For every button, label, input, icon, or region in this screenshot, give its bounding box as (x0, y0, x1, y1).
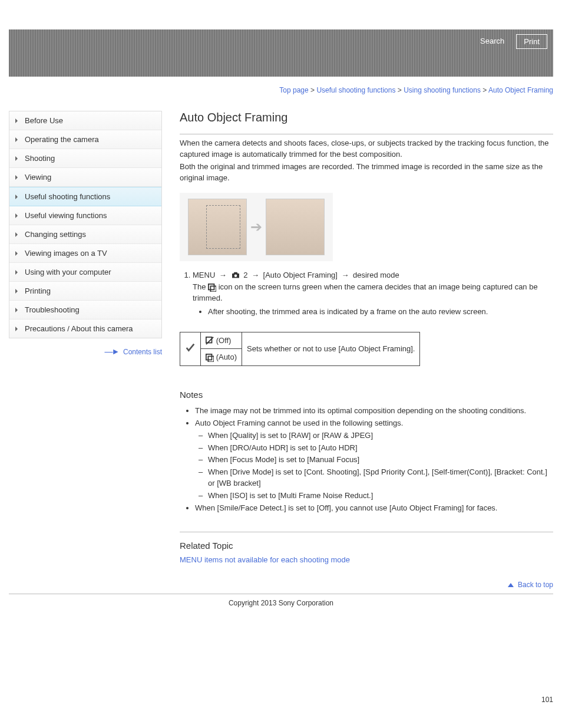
note-subitem: When [ISO] is set to [Multi Frame Noise … (208, 490, 553, 502)
menu-item-label: [Auto Object Framing] (263, 271, 338, 279)
sidebar-item-precautions[interactable]: Precautions / About this camera (9, 319, 161, 338)
article-content: Auto Object Framing When the camera dete… (180, 111, 553, 594)
check-cell (180, 332, 201, 365)
sidebar-item-tv[interactable]: Viewing images on a TV (9, 244, 161, 263)
breadcrumb-sep: > (482, 86, 487, 94)
framing-off-icon (206, 337, 214, 345)
options-table: (Off) Sets whether or not to use [Auto O… (180, 332, 420, 366)
framing-icon (208, 284, 216, 292)
sidebar-item-computer[interactable]: Using with your computer (9, 263, 161, 282)
sidebar-item-printing[interactable]: Printing (9, 282, 161, 301)
triangle-up-icon (508, 583, 514, 587)
print-button[interactable]: Print (516, 34, 547, 49)
breadcrumb-sep: > (398, 86, 402, 94)
desired-mode-label: desired mode (353, 271, 399, 279)
sidebar-item-useful-viewing[interactable]: Useful viewing functions (9, 206, 161, 225)
option-off: (Off) (201, 332, 242, 349)
svg-rect-1 (209, 284, 214, 290)
icon-note: The icon on the screen turns green when … (193, 282, 553, 304)
note-subitem: When [Focus Mode] is set to [Manual Focu… (208, 454, 553, 466)
search-button[interactable]: Search (473, 34, 511, 49)
sidebar-item-useful-shooting[interactable]: Useful shooting functions (9, 187, 161, 206)
note-subitem: When [DRO/Auto HDR] is set to [Auto HDR] (208, 443, 553, 454)
sidebar-item-operating[interactable]: Operating the camera (9, 130, 161, 149)
arrow-right-icon: → (340, 271, 351, 279)
breadcrumb-link[interactable]: Useful shooting functions (316, 86, 395, 94)
figure-image: ➔ (180, 193, 333, 261)
note-item: Auto Object Framing cannot be used in th… (195, 418, 553, 502)
note-item: After shooting, the trimmed area is indi… (208, 307, 553, 318)
check-icon (185, 342, 196, 353)
arrow-right-icon: → (250, 271, 261, 279)
related-link[interactable]: MENU items not available for each shooti… (180, 555, 350, 564)
breadcrumb: Top page > Useful shooting functions > U… (9, 86, 553, 94)
page-header: Search Print (9, 29, 553, 77)
svg-rect-6 (208, 356, 214, 362)
sidebar-item-viewing[interactable]: Viewing (9, 168, 161, 187)
menu-page-number: 2 (243, 271, 247, 279)
page-number: 101 (9, 696, 553, 704)
note-item: When [Smile/Face Detect.] is set to [Off… (195, 503, 553, 514)
menu-path-step: MENU → 2 → [Auto Object Framing] → desir… (193, 271, 553, 318)
framing-auto-icon (206, 354, 214, 362)
intro-text: Both the original and trimmed images are… (180, 162, 553, 184)
breadcrumb-link[interactable]: Using shooting functions (404, 86, 481, 94)
breadcrumb-current: Auto Object Framing (488, 86, 553, 94)
note-subitem: When [Drive Mode] is set to [Cont. Shoot… (208, 467, 553, 489)
notes-heading: Notes (180, 390, 553, 400)
svg-point-0 (234, 274, 237, 277)
arrow-right-icon: → (217, 271, 228, 279)
svg-rect-2 (210, 286, 216, 292)
arrow-right-icon: ➔ (247, 219, 266, 235)
sidebar: Before Use Operating the camera Shooting… (9, 111, 162, 338)
sidebar-item-shooting[interactable]: Shooting (9, 149, 161, 168)
note-item: The image may not be trimmed into its op… (195, 406, 553, 417)
article-title: Auto Object Framing (180, 111, 553, 124)
intro-text: When the camera detects and shoots faces… (180, 138, 553, 160)
option-desc: Sets whether or not to use [Auto Object … (242, 332, 420, 365)
breadcrumb-link[interactable]: Top page (279, 86, 308, 94)
menu-label: MENU (193, 271, 215, 279)
back-to-top-link[interactable]: Back to top (518, 581, 553, 589)
note-subitem: When [Quality] is set to [RAW] or [RAW &… (208, 430, 553, 442)
related-heading: Related Topic (180, 541, 553, 551)
sidebar-item-before-use[interactable]: Before Use (9, 111, 161, 130)
breadcrumb-sep: > (310, 86, 315, 94)
copyright: Copyright 2013 Sony Corporation (9, 599, 553, 607)
option-auto: (Auto) (201, 349, 242, 366)
contents-list-link[interactable]: Contents list (123, 348, 162, 356)
contents-list: —► Contents list (9, 347, 162, 356)
sidebar-item-troubleshooting[interactable]: Troubleshooting (9, 301, 161, 319)
sidebar-item-changing-settings[interactable]: Changing settings (9, 225, 161, 244)
svg-rect-5 (206, 354, 212, 360)
camera-icon (231, 272, 240, 279)
arrow-right-icon: —► (104, 347, 118, 356)
